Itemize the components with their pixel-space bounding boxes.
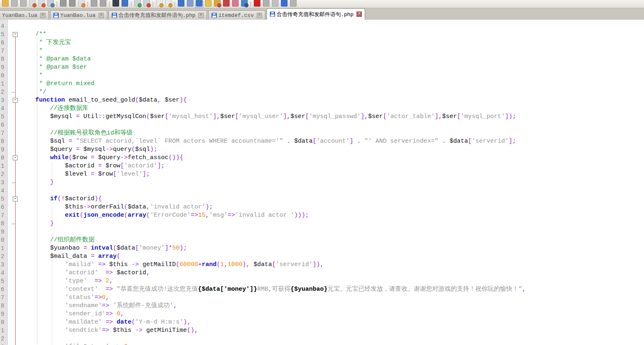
line-number: 3	[1, 96, 7, 104]
record-macro-icon[interactable]	[253, 1, 261, 7]
play-macro-icon[interactable]	[271, 1, 279, 7]
fold-end-marker	[12, 224, 15, 224]
code-text: 'maildate' => date('Y-m-d H:m:s'),	[35, 318, 191, 326]
code-line: 0- while($row = $query->fetch_assoc()){	[0, 154, 644, 162]
lock-document-icon[interactable]	[156, 1, 163, 7]
code-text: exit(json_encode(array('ErrorCode'=>15,'…	[35, 211, 309, 220]
tab-1[interactable]: YuanBao.lua×	[0, 10, 49, 20]
code-editor[interactable]: 45-/**6 * 下发元宝7 *8 * @param $data9 * @pa…	[0, 20, 644, 345]
line-number: 1	[1, 244, 7, 252]
close-document-icon[interactable]	[29, 1, 36, 7]
close-all-icon[interactable]	[38, 1, 45, 7]
close-icon[interactable]: ×	[257, 13, 262, 18]
toolbar-separator	[153, 2, 153, 7]
code-text: $level = $row['level'];	[35, 170, 150, 178]
show-symbols-icon[interactable]	[186, 1, 194, 7]
cut-icon[interactable]	[60, 1, 67, 7]
line-number: 9	[1, 146, 7, 154]
extra-icon[interactable]	[290, 1, 297, 7]
tab-4[interactable]: itemdef.csv×	[208, 10, 265, 20]
open-folder-icon[interactable]	[2, 1, 9, 7]
code-text: function email_to_seed_gold($data, $ser)…	[35, 96, 187, 104]
bookmark-icon[interactable]	[205, 1, 212, 7]
tools-icon[interactable]	[214, 1, 221, 7]
line-number: 6	[1, 285, 7, 294]
code-text: }	[35, 178, 54, 187]
close-icon[interactable]: ×	[356, 12, 362, 17]
line-number: 3	[1, 343, 7, 345]
line-number: 0	[1, 154, 7, 162]
line-number: 6	[1, 121, 7, 129]
line-number: 6	[1, 39, 7, 47]
lock-all-icon[interactable]	[165, 1, 172, 7]
line-number: 3	[1, 178, 7, 187]
copy-icon[interactable]	[69, 1, 76, 7]
toolbar-separator	[131, 2, 131, 7]
fold-toggle-icon[interactable]: -	[13, 32, 18, 37]
tab-5[interactable]: 合击传奇充值和发邮件语句.php×	[267, 8, 365, 20]
code-line: 6	[0, 121, 644, 129]
close-icon[interactable]: ×	[198, 13, 204, 18]
word-wrap-icon[interactable]	[177, 1, 185, 7]
code-line: 7 'status'=>0,	[0, 294, 644, 302]
print-icon[interactable]	[47, 1, 54, 7]
indent-guide	[37, 187, 37, 195]
toolbar-separator	[251, 2, 251, 7]
line-number: 1	[1, 326, 7, 335]
close-icon[interactable]: ×	[99, 13, 104, 18]
replace-icon[interactable]	[121, 1, 129, 7]
toolbar-separator	[57, 2, 57, 7]
toolbar-separator	[109, 2, 110, 7]
fold-toggle-icon[interactable]: -	[13, 98, 18, 103]
find-next-icon[interactable]	[143, 1, 150, 7]
line-number: 2	[1, 170, 7, 178]
line-number: 5	[1, 30, 7, 39]
code-line: 7 *	[0, 47, 644, 55]
line-number: 3	[1, 261, 7, 269]
code-text: *	[35, 72, 43, 80]
code-line: 3 'mailid' => $this -> getMailID(60000+r…	[0, 261, 644, 269]
redo-icon[interactable]	[99, 1, 107, 7]
save-icon	[212, 13, 217, 18]
undo-icon[interactable]	[90, 1, 98, 7]
code-line: 2 $level = $row['level'];	[0, 170, 644, 178]
code-text: 'sendname'=> '系统邮件-充值成功',	[35, 302, 177, 310]
find-previous-icon[interactable]	[134, 1, 141, 7]
line-number: 2	[1, 335, 7, 343]
tab-3[interactable]: 合击传奇充值和发邮件语句.php×	[108, 10, 207, 20]
toolbar-separator	[175, 2, 175, 7]
code-text: *	[35, 47, 43, 55]
fold-toggle-icon[interactable]: -	[13, 155, 18, 160]
paste-icon[interactable]	[78, 1, 85, 7]
code-line: 2 */	[0, 88, 644, 96]
mail-icon[interactable]	[232, 1, 239, 7]
find-icon[interactable]	[112, 1, 120, 7]
indent-guides-icon[interactable]	[196, 1, 203, 7]
toolbar-separator	[87, 2, 88, 7]
indent-guide	[37, 335, 37, 343]
code-text: if(!$actorid){	[35, 195, 102, 203]
line-number: 9	[1, 310, 7, 318]
save-icon[interactable]	[11, 1, 18, 7]
code-line: 6 'context' => "恭喜您充值成功!这次您充值{$data['mon…	[0, 285, 644, 294]
tab-2[interactable]: YuanBao.lua×	[50, 10, 107, 20]
run-script-icon[interactable]	[281, 1, 288, 7]
tab-label: itemdef.csv	[218, 12, 254, 19]
line-number: 9	[1, 228, 7, 236]
code-line: 1 * @return mixed	[0, 80, 644, 88]
code-line: 1 $yuanbao = intval($data['money']*50);	[0, 244, 644, 252]
fold-toggle-icon[interactable]: -	[13, 197, 18, 201]
close-icon[interactable]: ×	[40, 13, 46, 18]
line-number: 8	[1, 302, 7, 310]
code-line: 1 'sendtick'=> $this -> getMiniTime(),	[0, 326, 644, 335]
code-line: 9	[0, 228, 644, 236]
toolbar	[0, 0, 644, 8]
stop-macro-icon[interactable]	[262, 1, 270, 7]
edit-pen-icon[interactable]	[223, 1, 230, 7]
save-all-icon[interactable]	[20, 1, 27, 7]
code-text: 'fil_0_type' => 0,	[35, 343, 131, 345]
preview-icon[interactable]	[241, 1, 248, 7]
save-icon	[270, 12, 275, 17]
code-line: 0 *	[0, 72, 644, 80]
line-number: 8	[1, 55, 7, 63]
